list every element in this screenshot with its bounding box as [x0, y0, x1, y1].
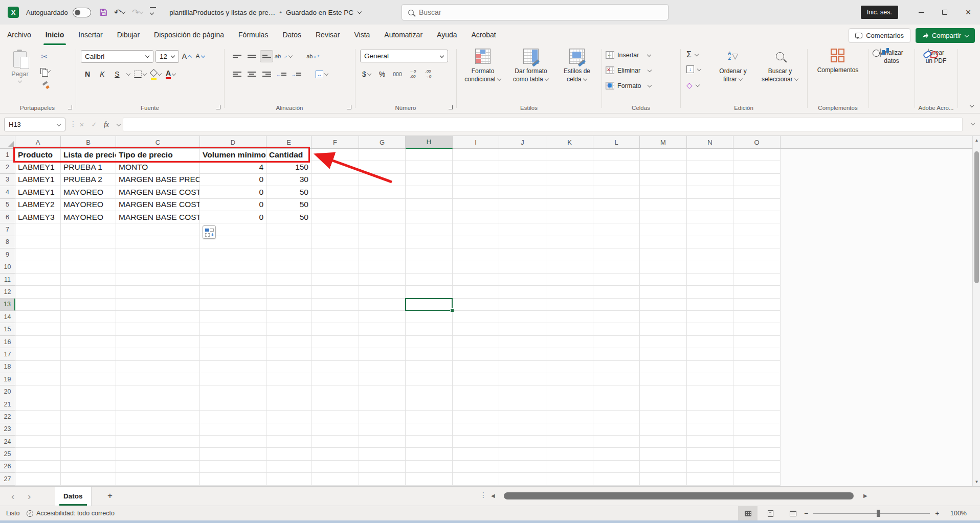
cell-G26[interactable]	[359, 461, 406, 473]
cell-M8[interactable]	[640, 236, 687, 248]
cell-F11[interactable]	[311, 274, 359, 286]
cell-styles-button[interactable]: Estilos de celda	[555, 49, 598, 83]
cell-H20[interactable]	[406, 385, 453, 398]
cell-L18[interactable]	[593, 361, 640, 373]
cell-A8[interactable]	[15, 236, 61, 248]
align-right-button[interactable]	[260, 68, 273, 80]
row-header-23[interactable]: 23	[0, 423, 15, 436]
formula-input[interactable]	[123, 118, 963, 131]
cell-N11[interactable]	[687, 274, 733, 286]
row-header-12[interactable]: 12	[0, 286, 15, 298]
cell-I3[interactable]	[453, 174, 499, 186]
cell-F14[interactable]	[311, 311, 359, 323]
cell-I7[interactable]	[453, 223, 499, 236]
cell-I1[interactable]	[453, 149, 499, 161]
cell-E5[interactable]: 50	[266, 199, 311, 211]
cell-L8[interactable]	[593, 236, 640, 248]
column-header-L[interactable]: L	[593, 136, 640, 149]
cell-J4[interactable]	[499, 186, 546, 198]
cell-K18[interactable]	[546, 361, 593, 373]
cell-O18[interactable]	[733, 361, 781, 373]
cell-J18[interactable]	[499, 361, 546, 373]
cell-G11[interactable]	[359, 274, 406, 286]
cell-H22[interactable]	[406, 411, 453, 423]
cell-E15[interactable]	[266, 323, 311, 335]
percent-button[interactable]: %	[376, 67, 388, 81]
cell-L15[interactable]	[593, 323, 640, 335]
cell-B26[interactable]	[61, 461, 116, 473]
cell-B27[interactable]	[61, 473, 116, 485]
cell-D15[interactable]	[200, 323, 266, 335]
row-header-8[interactable]: 8	[0, 236, 15, 248]
cell-N19[interactable]	[687, 373, 733, 385]
cell-E18[interactable]	[266, 361, 311, 373]
cell-F20[interactable]	[311, 385, 359, 398]
zoom-slider[interactable]	[813, 513, 930, 514]
cell-L1[interactable]	[593, 149, 640, 161]
cell-O23[interactable]	[733, 423, 781, 436]
cell-M1[interactable]	[640, 149, 687, 161]
cell-N25[interactable]	[687, 448, 733, 460]
cell-I17[interactable]	[453, 348, 499, 360]
cell-O9[interactable]	[733, 248, 781, 261]
cell-B7[interactable]	[61, 223, 116, 236]
align-top-button[interactable]	[230, 50, 243, 62]
cell-F6[interactable]	[311, 211, 359, 223]
currency-button[interactable]: $	[361, 67, 372, 81]
cell-D4[interactable]: 0	[200, 186, 266, 198]
cell-A6[interactable]: LABMEY3	[15, 211, 61, 223]
row-header-15[interactable]: 15	[0, 323, 15, 335]
conditional-formatting-button[interactable]: Formato condicional	[459, 49, 506, 83]
cell-B5[interactable]: MAYOREO	[61, 199, 116, 211]
cell-K4[interactable]	[546, 186, 593, 198]
tab-insertar[interactable]: Insertar	[71, 25, 109, 45]
row-header-26[interactable]: 26	[0, 461, 15, 473]
cell-N17[interactable]	[687, 348, 733, 360]
cell-A22[interactable]	[15, 411, 61, 423]
cell-C4[interactable]: MARGEN BASE COSTO	[116, 186, 200, 198]
document-title[interactable]: plantillaProductos y listas de pre… • Gu…	[169, 9, 362, 16]
cell-G17[interactable]	[359, 348, 406, 360]
cell-N27[interactable]	[687, 473, 733, 485]
cell-F27[interactable]	[311, 473, 359, 485]
cell-N24[interactable]	[687, 436, 733, 448]
merge-center-button[interactable]: ↔	[316, 67, 328, 81]
tab-inicio[interactable]: Inicio	[38, 25, 72, 45]
cell-N2[interactable]	[687, 161, 733, 173]
analyze-data-button[interactable]: Analizar datos	[872, 49, 911, 65]
cell-N16[interactable]	[687, 336, 733, 348]
cell-G13[interactable]	[359, 299, 406, 311]
font-size-combo[interactable]: 12	[155, 50, 179, 63]
cell-K15[interactable]	[546, 323, 593, 335]
orientation-button[interactable]: ab→	[275, 50, 293, 63]
cell-L16[interactable]	[593, 336, 640, 348]
cell-E17[interactable]	[266, 348, 311, 360]
cell-M12[interactable]	[640, 286, 687, 298]
cell-F12[interactable]	[311, 286, 359, 298]
find-select-button[interactable]: Buscar y seleccionar	[757, 49, 803, 83]
cell-G19[interactable]	[359, 373, 406, 385]
cell-J15[interactable]	[499, 323, 546, 335]
wrap-text-button[interactable]: ab⮐	[306, 50, 319, 63]
row-header-2[interactable]: 2	[0, 161, 15, 173]
cell-L10[interactable]	[593, 261, 640, 274]
chevron-down-icon[interactable]	[126, 72, 130, 76]
cell-B4[interactable]: MAYOREO	[61, 186, 116, 198]
cell-K3[interactable]	[546, 174, 593, 186]
shrink-font-button[interactable]: A	[194, 50, 206, 63]
sheet-tab-datos[interactable]: Datos	[55, 487, 92, 506]
cell-C10[interactable]	[116, 261, 200, 274]
add-sheet-button[interactable]: +	[107, 491, 113, 501]
cell-J13[interactable]	[499, 299, 546, 311]
cell-B3[interactable]: PRUEBA 2	[61, 174, 116, 186]
cell-A4[interactable]: LABMEY1	[15, 186, 61, 198]
cell-L22[interactable]	[593, 411, 640, 423]
cell-K14[interactable]	[546, 311, 593, 323]
accessibility-status[interactable]: ✓ Accesibilidad: todo correcto	[27, 506, 115, 520]
cell-K10[interactable]	[546, 261, 593, 274]
customize-toolbar-button[interactable]	[150, 7, 156, 17]
cell-G8[interactable]	[359, 236, 406, 248]
row-header-3[interactable]: 3	[0, 174, 15, 186]
cell-M4[interactable]	[640, 186, 687, 198]
cell-M5[interactable]	[640, 199, 687, 211]
